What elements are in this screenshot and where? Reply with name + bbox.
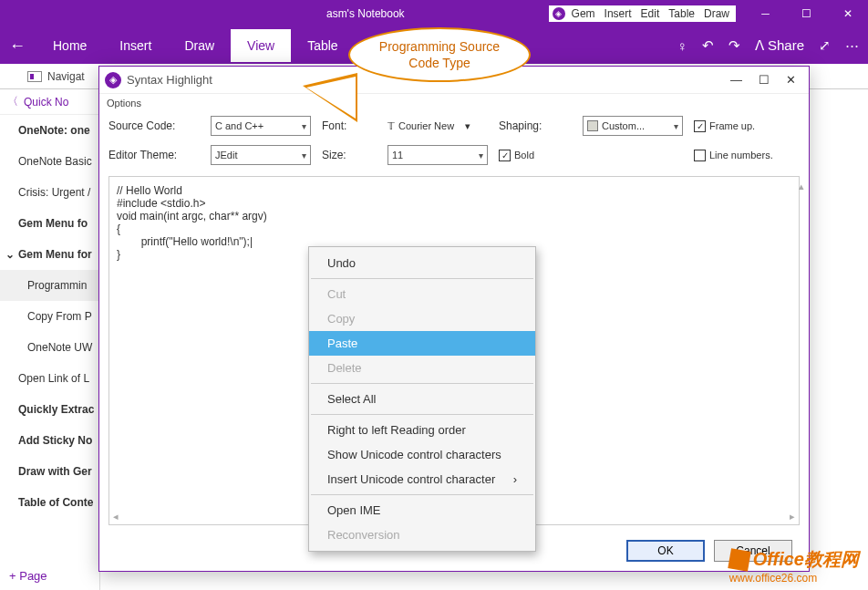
add-page-button[interactable]: + Page: [9, 569, 47, 583]
chevron-left-icon: 〈: [7, 94, 18, 109]
gem-tab-insert[interactable]: Insert: [602, 7, 635, 20]
sidebar-item[interactable]: OneNote: one: [0, 115, 99, 146]
sidebar-item[interactable]: Open Link of L: [0, 363, 99, 394]
code-line: // Hello World: [117, 184, 791, 197]
menu-separator: [311, 414, 533, 415]
sidebar-item-selected[interactable]: Programmin: [0, 270, 99, 301]
sidebar-header[interactable]: 〈 Quick No: [0, 89, 99, 115]
chevron-right-icon: ›: [513, 472, 517, 486]
chevron-down-icon: ▾: [479, 150, 483, 160]
chevron-down-icon: ▾: [302, 121, 306, 131]
editor-theme-dropdown[interactable]: JEdit▾: [211, 145, 311, 165]
shaping-dropdown[interactable]: Custom...▾: [583, 116, 683, 136]
callout-tail-icon: [303, 73, 357, 122]
ctx-reconversion: Reconversion: [309, 523, 535, 547]
ok-button[interactable]: OK: [626, 540, 705, 562]
menu-separator: [311, 278, 533, 279]
ctx-show-unicode[interactable]: Show Unicode control characters: [309, 442, 535, 467]
chevron-down-icon: ▾: [302, 150, 306, 160]
window-titlebar: asm's Notebook ◈ Gem Insert Edit Table D…: [0, 0, 868, 27]
back-arrow-icon[interactable]: ←: [9, 36, 36, 56]
sidebar-item[interactable]: OneNote Basic: [0, 146, 99, 177]
gem-icon: ◈: [553, 7, 565, 20]
gem-icon: ◈: [105, 72, 121, 88]
ctx-copy: Copy: [309, 306, 535, 331]
scroll-right-icon[interactable]: ▸: [790, 511, 795, 523]
menu-separator: [311, 383, 533, 384]
sidebar-header-label: Quick No: [24, 96, 68, 109]
ctx-undo[interactable]: Undo: [309, 251, 535, 275]
sidebar-item[interactable]: Table of Conte: [0, 487, 99, 518]
font-picker[interactable]: 𝕋Courier New▾: [388, 120, 488, 132]
ctx-paste[interactable]: Paste: [309, 331, 535, 356]
redo-icon[interactable]: ↷: [728, 37, 740, 54]
maximize-button[interactable]: ☐: [786, 0, 827, 27]
tab-insert[interactable]: Insert: [103, 29, 168, 62]
navigation-pane-icon[interactable]: [27, 71, 42, 82]
ctx-rtl[interactable]: Right to left Reading order: [309, 418, 535, 442]
share-button[interactable]: ᐱ Share: [755, 37, 804, 54]
dialog-minimize-button[interactable]: —: [730, 73, 742, 87]
dialog-maximize-button[interactable]: ☐: [759, 73, 770, 87]
gem-tab-table[interactable]: Table: [666, 7, 698, 20]
sidebar-item[interactable]: Draw with Ger: [0, 456, 99, 487]
sidebar-item[interactable]: Quickly Extrac: [0, 394, 99, 425]
source-code-label: Source Code:: [108, 119, 200, 132]
close-button[interactable]: ✕: [827, 0, 868, 27]
annotation-callout: Programming Source Code Type: [348, 27, 531, 82]
undo-icon[interactable]: ↶: [702, 37, 714, 54]
scroll-left-icon[interactable]: ◂: [113, 511, 119, 523]
callout-bubble: Programming Source Code Type: [348, 27, 531, 82]
bold-checkbox[interactable]: ✓Bold: [499, 150, 683, 161]
fullscreen-icon[interactable]: ⤢: [819, 37, 831, 54]
tab-home[interactable]: Home: [36, 29, 103, 62]
page-sidebar: 〈 Quick No OneNote: one OneNote Basic Cr…: [0, 89, 100, 590]
size-dropdown[interactable]: 11▾: [388, 145, 488, 165]
gem-tab-draw[interactable]: Draw: [701, 7, 732, 20]
tab-table[interactable]: Table: [291, 29, 354, 62]
gem-addon-menu: ◈ Gem Insert Edit Table Draw: [549, 5, 736, 22]
dialog-close-button[interactable]: ✕: [786, 73, 796, 87]
minimize-button[interactable]: ─: [745, 0, 786, 27]
gem-tab-gem[interactable]: Gem: [569, 7, 598, 20]
line-numbers-checkbox[interactable]: Line numbers.: [694, 150, 794, 161]
ctx-select-all[interactable]: Select All: [309, 387, 535, 411]
callout-text-line2: Code Type: [365, 55, 514, 71]
options-panel: Source Code: C and C++▾ Font: 𝕋Courier N…: [99, 110, 809, 171]
sidebar-item[interactable]: Copy From P: [0, 301, 99, 332]
size-label: Size:: [322, 149, 377, 161]
color-swatch-icon: [587, 120, 598, 131]
window-controls: ─ ☐ ✕: [745, 0, 868, 27]
font-icon: 𝕋: [388, 120, 395, 132]
more-icon[interactable]: ⋯: [845, 37, 859, 54]
watermark: Office教程网 www.office26.com: [729, 547, 859, 585]
context-menu: Undo Cut Copy Paste Delete Select All Ri…: [308, 246, 536, 552]
frame-up-checkbox[interactable]: ✓Frame up.: [694, 120, 794, 132]
ctx-open-ime[interactable]: Open IME: [309, 498, 535, 523]
tab-view[interactable]: View: [231, 29, 291, 62]
navigation-label: Navigat: [47, 70, 85, 83]
gem-tab-edit[interactable]: Edit: [638, 7, 663, 20]
editor-theme-label: Editor Theme:: [108, 149, 200, 161]
sidebar-item-expanded[interactable]: Gem Menu for: [0, 239, 99, 270]
window-title: asm's Notebook: [182, 7, 549, 20]
scroll-up-icon[interactable]: ▴: [799, 181, 804, 192]
chevron-down-icon: ▾: [674, 121, 678, 131]
watermark-brand: Office教程网: [753, 547, 859, 572]
chevron-down-icon: ▾: [465, 120, 470, 132]
source-code-dropdown[interactable]: C and C++▾: [211, 116, 311, 136]
tab-draw[interactable]: Draw: [168, 29, 231, 62]
sidebar-item[interactable]: Gem Menu fo: [0, 208, 99, 239]
lightbulb-icon[interactable]: ♀: [677, 38, 687, 54]
sidebar-item[interactable]: Crisis: Urgent /: [0, 177, 99, 208]
sidebar-item[interactable]: Add Sticky No: [0, 425, 99, 456]
code-line: #include <stdio.h>: [117, 197, 791, 210]
options-group-label: Options: [99, 94, 809, 110]
dialog-title-label: Syntax Highlight: [127, 73, 212, 87]
menu-separator: [311, 494, 533, 495]
sidebar-item[interactable]: OneNote UW: [0, 332, 99, 363]
ctx-insert-unicode[interactable]: Insert Unicode control character›: [309, 467, 535, 492]
ctx-cut: Cut: [309, 282, 535, 306]
code-line: void main(int argc, char** argv): [117, 210, 791, 223]
watermark-url: www.office26.com: [729, 572, 859, 585]
